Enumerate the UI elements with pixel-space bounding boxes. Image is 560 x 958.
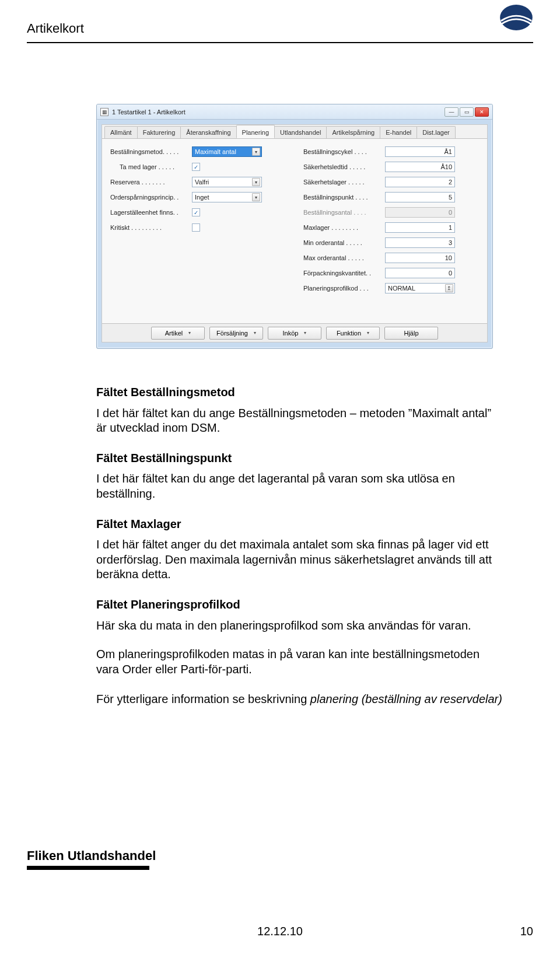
label-forpackningskvant: Förpackningskvantitet. .: [303, 270, 385, 277]
label-maxlager: Maxlager . . . . . . . .: [303, 224, 385, 231]
para-more-info-em: planering (beställning av reservdelar): [310, 693, 502, 705]
para-more-info: För ytterligare information se beskrivni…: [96, 692, 505, 707]
row-lagerstalleenhet: Lagerställeenhet finns. . ✓: [110, 207, 286, 218]
label-bestallningsmetod: Beställningsmetod. . . . .: [110, 148, 192, 155]
row-sakerhetsledtid: Säkerhetsledtid . . . . . Å10: [303, 161, 479, 173]
window-buttons: — ▭ ✕: [444, 107, 489, 117]
row-forpackningskvant: Förpackningskvantitet. . 0: [303, 267, 479, 279]
checkbox-ta-med-lager[interactable]: ✓: [192, 163, 200, 171]
label-ordersparningsprincip: Orderspårningsprincip. .: [110, 194, 192, 201]
form-column-left: Beställningsmetod. . . . . Maximalt anta…: [110, 146, 286, 316]
para-bestallningsmetod: I det här fältet kan du ange Beställning…: [96, 406, 505, 436]
tab-allmant[interactable]: Allmänt: [104, 126, 138, 138]
label-lagerstalleenhet: Lagerställeenhet finns. .: [110, 209, 192, 216]
tab-strip: Allmänt Fakturering Återanskaffning Plan…: [102, 125, 487, 139]
para-more-info-a: För ytterligare information se beskrivni…: [96, 693, 310, 705]
window-icon: ▦: [100, 108, 108, 116]
page-header: Artikelkort: [27, 21, 533, 43]
label-bestallningspunkt: Beställningspunkt . . . .: [303, 194, 385, 201]
label-max-orderantal: Max orderantal . . . . .: [303, 254, 385, 261]
chevron-down-icon: ▾: [188, 330, 191, 335]
label-bestallningsantal: Beställningsantal . . . .: [303, 209, 385, 216]
btn-inkop[interactable]: Inköp▾: [268, 327, 321, 340]
label-reservera: Reservera . . . . . . .: [110, 179, 192, 186]
section-underline: [27, 866, 149, 870]
tab-utlandshandel[interactable]: Utlandshandel: [274, 126, 327, 138]
input-max-orderantal[interactable]: 10: [385, 253, 455, 263]
row-maxlager: Maxlager . . . . . . . . 1: [303, 222, 479, 233]
input-bestallningsantal: 0: [385, 207, 455, 218]
chevron-down-icon: ▾: [252, 193, 260, 201]
btn-hjalp[interactable]: Hjälp: [384, 327, 438, 340]
combo-reservera[interactable]: Valfri ▾: [192, 177, 262, 187]
checkbox-kritiskt[interactable]: [192, 223, 200, 232]
chevron-down-icon: ▾: [254, 330, 256, 335]
form-column-right: Beställningscykel . . . . Å1 Säkerhetsle…: [303, 146, 479, 316]
btn-label: Inköp: [283, 330, 299, 337]
input-bestallningscykel[interactable]: Å1: [385, 146, 455, 157]
row-planeringsprofilkod: Planeringsprofilkod . . . NORMAL ↥: [303, 282, 479, 294]
tab-fakturering[interactable]: Fakturering: [137, 126, 181, 138]
page-title: Artikelkort: [27, 21, 533, 36]
window-titlebar: ▦ 1 Testartikel 1 - Artikelkort — ▭ ✕: [97, 104, 492, 120]
chevron-down-icon: ▾: [367, 330, 369, 335]
tab-planering[interactable]: Planering: [236, 125, 275, 138]
label-sakerhetsledtid: Säkerhetsledtid . . . . .: [303, 163, 385, 170]
row-min-orderantal: Min orderantal . . . . . 3: [303, 237, 479, 249]
heading-bestallningspunkt: Fältet Beställningspunkt: [96, 451, 505, 466]
input-maxlager[interactable]: 1: [385, 222, 455, 233]
para-bestallningspunkt: I det här fältet kan du ange det lageran…: [96, 471, 505, 501]
input-forpackningskvant[interactable]: 0: [385, 268, 455, 278]
chevron-down-icon: ▾: [252, 148, 260, 156]
minimize-button[interactable]: —: [444, 107, 459, 117]
chevron-down-icon: ▾: [304, 330, 306, 335]
para-planeringsprofilkod-2: Om planeringsprofilkoden matas in på var…: [96, 647, 505, 677]
row-bestallningsmetod: Beställningsmetod. . . . . Maximalt anta…: [110, 146, 286, 158]
form-area: Beställningsmetod. . . . . Maximalt anta…: [102, 139, 487, 323]
combo-bestallningsmetod[interactable]: Maximalt antal ▾: [192, 146, 262, 157]
label-kritiskt: Kritiskt . . . . . . . . .: [110, 224, 192, 231]
btn-label: Funktion: [337, 330, 361, 337]
combo-value: Valfri: [195, 179, 209, 186]
row-bestallningsantal: Beställningsantal . . . . 0: [303, 207, 479, 218]
btn-funktion[interactable]: Funktion▾: [326, 327, 380, 340]
btn-artikel[interactable]: Artikel▾: [151, 327, 205, 340]
window-canvas: Allmänt Fakturering Återanskaffning Plan…: [102, 124, 488, 342]
combo-ordersparningsprincip[interactable]: Inget ▾: [192, 192, 262, 202]
footer-date: 12.12.10: [0, 925, 560, 938]
tab-artikelsparning[interactable]: Artikelspårning: [326, 126, 380, 138]
input-sakerhetslager[interactable]: 2: [385, 177, 455, 187]
row-bestallningspunkt: Beställningspunkt . . . . 5: [303, 191, 479, 203]
tab-ateranskaffning[interactable]: Återanskaffning: [180, 126, 236, 138]
tab-ehandel[interactable]: E-handel: [380, 126, 417, 138]
lookup-planeringsprofilkod[interactable]: NORMAL ↥: [385, 283, 455, 293]
window-title: 1 Testartikel 1 - Artikelkort: [112, 109, 444, 116]
para-planeringsprofilkod-1: Här ska du mata in den planeringsprofilk…: [96, 618, 505, 634]
bottom-toolbar: Artikel▾ Försäljning▾ Inköp▾ Funktion▾ H…: [102, 323, 487, 342]
input-bestallningspunkt[interactable]: 5: [385, 192, 455, 202]
btn-forsaljning[interactable]: Försäljning▾: [209, 327, 263, 340]
lookup-arrow-icon: ↥: [445, 284, 453, 292]
tab-distlager[interactable]: Dist.lager: [416, 126, 455, 138]
footer-page-number: 10: [520, 925, 533, 938]
checkbox-lagerstalleenhet[interactable]: ✓: [192, 208, 200, 216]
input-min-orderantal[interactable]: 3: [385, 237, 455, 248]
document-body: Fältet Beställningsmetod I det här fälte…: [96, 385, 505, 722]
btn-label: Försäljning: [216, 330, 248, 337]
heading-planeringsprofilkod: Fältet Planeringsprofilkod: [96, 597, 505, 613]
row-ta-med-lager: Ta med lager . . . . . ✓: [110, 161, 286, 173]
svg-point-0: [500, 5, 533, 30]
close-button[interactable]: ✕: [475, 107, 489, 117]
label-sakerhetslager: Säkerhetslager . . . . .: [303, 179, 385, 186]
label-planeringsprofilkod: Planeringsprofilkod . . .: [303, 285, 385, 292]
app-window: ▦ 1 Testartikel 1 - Artikelkort — ▭ ✕ Al…: [96, 104, 493, 349]
chevron-down-icon: ▾: [252, 178, 260, 186]
maximize-button[interactable]: ▭: [460, 107, 474, 117]
heading-maxlager: Fältet Maxlager: [96, 517, 505, 532]
combo-value: Inget: [195, 194, 209, 201]
row-kritiskt: Kritiskt . . . . . . . . .: [110, 222, 286, 233]
section-heading-utlandshandel: Fliken Utlandshandel: [27, 848, 156, 863]
input-sakerhetsledtid[interactable]: Å10: [385, 162, 455, 172]
btn-label: Hjälp: [404, 330, 418, 337]
label-min-orderantal: Min orderantal . . . . .: [303, 239, 385, 246]
